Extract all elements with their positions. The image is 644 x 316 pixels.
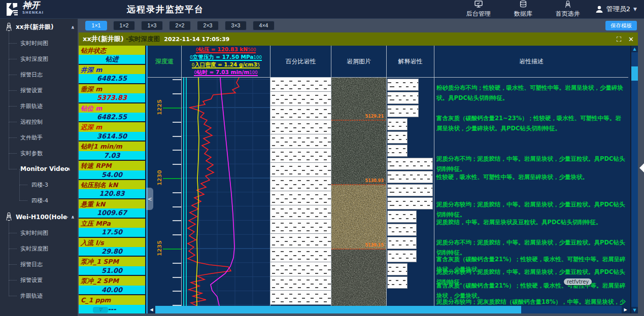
legend-name-value: 入口密度 = 1.24 g/cm3 <box>194 62 257 67</box>
depth-tick-minor <box>173 277 181 278</box>
param-scroll-down-button[interactable]: ▽ <box>93 307 108 313</box>
lithology-percent-cell <box>270 149 331 163</box>
grid-button-1×2[interactable]: 1×2 <box>113 21 135 30</box>
scroll-down-button[interactable]: ▼ <box>631 307 638 313</box>
sidebar-item-井眼轨迹[interactable]: 井眼轨迹 <box>0 98 78 114</box>
param-label: 入流 l/s <box>79 238 145 247</box>
depth-tick-minor <box>173 263 181 264</box>
sidebar-item-实时参数[interactable]: 实时参数 <box>0 146 78 161</box>
sidebar-item-报警日志[interactable]: 报警日志 <box>0 67 78 83</box>
param-label: 立压 MPa <box>79 219 145 228</box>
interpreted-lithology-cell <box>387 171 433 183</box>
panel-title-well: xx井(新井眼) <box>83 34 124 44</box>
sidebar-item-实时时间图[interactable]: 实时时间图 <box>0 225 78 241</box>
sidebar-item-报警日志[interactable]: 报警日志 <box>0 257 78 272</box>
horizontal-scroll-thumb[interactable] <box>155 306 521 313</box>
sidebar-item-报警设置[interactable]: 报警设置 <box>0 83 78 98</box>
depth-tick-minor <box>173 79 181 80</box>
grid-button-2×2[interactable]: 2×2 <box>169 21 191 30</box>
lithology-percent-cell <box>270 120 331 134</box>
sidebar-item-井眼轨迹[interactable]: 井眼轨迹 <box>0 288 78 304</box>
lithology-percent-cell <box>270 163 331 177</box>
lithology-description: 富含灰质（碳酸钙含量21~23%）；性较硬，吸水性、可塑性中等。岩屑呈块状，少量… <box>436 113 626 133</box>
lithology-percent-cell <box>270 220 331 234</box>
depth-tick-major <box>163 249 181 250</box>
user-menu[interactable]: 管理员2 ▼ <box>595 5 644 14</box>
sidebar-item-四楼-4[interactable]: 四楼-4 <box>0 193 78 208</box>
param-label: 泵冲_1 SPM <box>79 257 145 266</box>
lithology-percent-cell <box>270 248 331 262</box>
legend-name-value: 钻压 = 120.83 kN <box>198 47 248 52</box>
vertical-scroll-thumb[interactable] <box>631 66 638 81</box>
grid-button-1×3[interactable]: 1×3 <box>141 21 163 30</box>
lithology-percent-cell <box>270 177 331 191</box>
vertical-scroll-track[interactable] <box>631 81 638 307</box>
interpreted-lithology-cell <box>387 118 408 130</box>
param-label: 悬重 kN <box>79 199 145 208</box>
depth-track-header: 深度道 <box>148 46 182 78</box>
depth-tick-minor <box>173 234 181 235</box>
scroll-right-button[interactable]: ▶ <box>622 306 629 313</box>
close-icon[interactable]: ✕ <box>628 36 634 43</box>
top-header: 神开 SHENKAI 远程录井监控平台 后台管理数据库首页选井 管理员2 ▼ <box>0 0 644 19</box>
param-label: 钻压别名 kN <box>79 180 145 189</box>
sidebar-item-实时时间图[interactable]: 实时时间图 <box>0 36 78 51</box>
legend-row-入口密度: 0入口密度 = 1.24 g/cm35 <box>192 62 260 68</box>
param-value: 17.50 <box>79 228 145 236</box>
grid-button-2×3[interactable]: 2×3 <box>197 21 219 30</box>
lithology-percent-cell <box>270 92 331 106</box>
scroll-up-button[interactable]: ▲ <box>631 46 638 52</box>
horizontal-scrollbar[interactable]: ◀ ▶ <box>148 306 629 313</box>
scroll-left-button[interactable]: ◀ <box>148 306 155 313</box>
sidebar-collapse-handle[interactable] <box>639 163 644 172</box>
parameter-row: 垂深 m5373.83 <box>79 84 145 102</box>
sidebar-item-实时深度图[interactable]: 实时深度图 <box>0 51 78 67</box>
grid-button-1×1[interactable]: 1×1 <box>85 21 107 30</box>
app-root: 神开 SHENKAI 远程录井监控平台 后台管理数据库首页选井 管理员2 ▼ x… <box>0 0 644 316</box>
sidebar-item-实时深度图[interactable]: 实时深度图 <box>0 241 78 257</box>
save-template-button[interactable]: 保存模板 <box>605 21 637 30</box>
fullscreen-icon[interactable]: ⛶ <box>617 36 621 43</box>
parameter-row: 入流 l/s29.80 <box>79 238 145 256</box>
chart-collapse-handle[interactable]: < <box>146 188 153 210</box>
nav-item-数据库[interactable]: 数据库 <box>514 1 532 18</box>
parameter-panel: 钻井状态钻进井深 m6482.55垂深 m5373.83钻位 m6482.55迟… <box>79 46 145 313</box>
depth-tick-minor <box>173 220 181 221</box>
nav-item-后台管理[interactable]: 后台管理 <box>466 1 491 18</box>
legend-row-钻压: 0钻压 = 120.83 kN500 <box>196 47 256 53</box>
sidebar-item-文件助手[interactable]: 文件助手 <box>0 130 78 146</box>
legend-max: 500 <box>248 47 256 52</box>
interpreted-lithology-cell <box>387 250 417 262</box>
lithology-description: 泥质胶结，中等。岩屑呈块状及豆粒状。具PDC钻头切削特征。 <box>436 217 626 227</box>
well-node-xx井(新井眼)[interactable]: xx井(新井眼)∧ <box>0 19 78 36</box>
nav-label: 数据库 <box>514 10 532 18</box>
legend-name-value: 立管压力 = 17.50 MPa <box>193 54 254 60</box>
panel-title-suffix: -实时深度图 <box>126 35 160 44</box>
depth-tick-minor <box>173 150 181 151</box>
grid-button-4×4[interactable]: 4×4 <box>253 21 275 30</box>
lithology-percent-cell <box>270 276 331 291</box>
lithology-percent-cell <box>270 262 331 276</box>
param-value: 29.80 <box>79 247 145 256</box>
parameter-row: 迟深 m3614.50 <box>79 122 145 141</box>
grid-button-3×3[interactable]: 3×3 <box>225 21 247 30</box>
well-node-Wei-H100(Hole-1)[interactable]: Wei-H100(Hole-1)∧ <box>0 208 78 225</box>
sidebar-item-远程控制[interactable]: 远程控制 <box>0 114 78 130</box>
sidebar-item-四楼-3[interactable]: 四楼-3 <box>0 177 78 193</box>
brand-logo: 神开 SHENKAI <box>0 2 127 17</box>
sidebar-group-Monitor Video[interactable]: Monitor Video∧ <box>0 161 78 177</box>
sidebar-item-报警设置[interactable]: 报警设置 <box>0 272 78 288</box>
param-label: 垂深 m <box>79 84 145 93</box>
horizontal-scroll-track[interactable] <box>521 306 622 313</box>
param-label: 钻时1 min/m <box>79 142 145 151</box>
nav-item-首页选井[interactable]: 首页选井 <box>556 1 580 18</box>
interpreted-lithology-cell <box>387 131 408 144</box>
parameter-row: 井深 m6482.55 <box>79 65 145 83</box>
parameter-row: 钻井状态钻进 <box>79 46 145 64</box>
chevron-up-icon: ∧ <box>71 215 75 220</box>
legend-max: 5 <box>257 62 260 67</box>
vertical-scrollbar[interactable]: ▲ ▼ <box>631 46 638 313</box>
column-header-岩性描述: 岩性描述 <box>434 46 628 78</box>
legend-name-value: 钻时 = 7.03 min/m <box>197 69 249 75</box>
lithology-description-track: 粉砂质分布不均；性较硬，吸水性、可塑性中等。岩屑呈块状，少量碎块状。具PDC钻头… <box>434 78 628 306</box>
